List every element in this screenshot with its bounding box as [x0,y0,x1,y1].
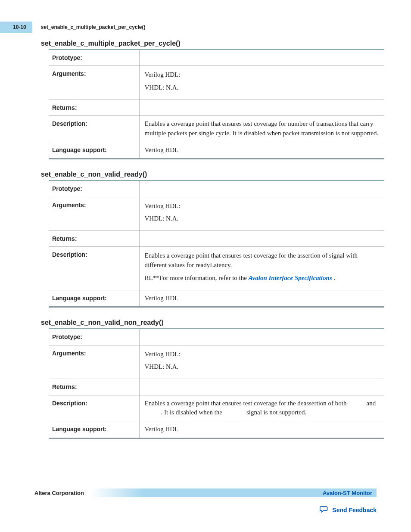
table-row: Returns: [49,100,384,115]
row-value: Verilog HDL [139,421,384,439]
text-line: Verilog HDL: [145,70,380,80]
row-label: Language support: [49,142,139,159]
row-label: Prototype: [49,329,139,345]
comment-icon [319,505,329,515]
footer-bar: Altera Corporation Avalon-ST Monitor [34,488,377,497]
row-value: Verilog HDL: VHDL: N.A. [139,197,384,231]
text-line: Verilog HDL: [145,350,380,359]
page-content: set_enable_c_multiple_packet_per_cycle()… [0,33,411,439]
table-row: Description: Enables a coverage point th… [49,116,384,142]
row-value: Verilog HDL [139,290,384,307]
row-label: Arguments: [49,66,139,100]
table-row: Language support: Verilog HDL [49,142,384,159]
text-line: VHDL: N.A. [145,214,380,224]
text-line: VHDL: N.A. [145,83,380,93]
text-fragment: Enables a coverage point that ensures te… [145,400,347,407]
api-table: Prototype: Arguments: Verilog HDL: VHDL:… [49,180,384,308]
running-title: set_enable_c_multiple_packet_per_cycle() [41,24,146,30]
page-number: 10-10 [0,22,32,33]
text-line: RL**For more information, refer to the A… [145,274,380,283]
footer-swoosh: Avalon-ST Monitor [91,488,377,497]
table-row: Prototype: [49,329,384,345]
row-label: Description: [49,395,139,421]
row-value [139,231,384,247]
row-label: Arguments: [49,345,139,379]
row-label: Language support: [49,421,139,439]
table-row: Prototype: [49,50,384,66]
feedback-row: Send Feedback [34,505,377,515]
text-fragment: and [367,400,376,407]
table-row: Arguments: Verilog HDL: VHDL: N.A. [49,197,384,231]
section-heading: set_enable_c_non_valid_non_ready() [41,319,377,327]
table-row: Language support: Verilog HDL [49,421,384,439]
table-row: Description: Enables a coverage point th… [49,395,384,421]
row-value [139,100,384,115]
text-fragment: . [332,274,336,281]
row-label: Description: [49,116,139,142]
text-fragment: . It is disabled when the [161,409,222,416]
text-fragment: signal is not supported. [246,409,306,416]
doc-link[interactable]: Avalon Interface Specifications [249,274,332,281]
row-label: Prototype: [49,180,139,197]
row-label: Returns: [49,379,139,395]
row-label: Returns: [49,100,139,115]
table-row: Prototype: [49,180,384,197]
row-value [139,379,384,395]
page-header: 10-10 set_enable_c_multiple_packet_per_c… [0,22,411,33]
api-table: Prototype: Arguments: Verilog HDL: VHDL:… [49,49,384,159]
row-label: Description: [49,247,139,290]
row-value: Verilog HDL: VHDL: N.A. [139,345,384,379]
footer-corporation: Altera Corporation [34,490,91,496]
section-heading: set_enable_c_non_valid_ready() [41,171,377,178]
row-label: Prototype: [49,50,139,66]
section-heading: set_enable_c_multiple_packet_per_cycle() [41,40,377,47]
footer-section-title: Avalon-ST Monitor [323,490,372,496]
text-line: Verilog HDL: [145,202,380,211]
row-label: Returns: [49,231,139,247]
row-value [139,329,384,345]
row-value: Enables a coverage point that ensures te… [139,395,384,421]
row-value [139,180,384,197]
row-value: Verilog HDL [139,142,384,159]
table-row: Arguments: Verilog HDL: VHDL: N.A. [49,345,384,379]
table-row: Language support: Verilog HDL [49,290,384,307]
row-label: Arguments: [49,197,139,231]
row-value: Enables a coverage point that ensures te… [139,116,384,142]
page-footer: Altera Corporation Avalon-ST Monitor Sen… [0,488,411,515]
row-value: Verilog HDL: VHDL: N.A. [139,66,384,100]
text-line: VHDL: N.A. [145,362,380,372]
row-value: Enables a coverage point that ensures te… [139,247,384,290]
send-feedback-link[interactable]: Send Feedback [332,507,377,513]
row-value [139,50,384,66]
table-row: Arguments: Verilog HDL: VHDL: N.A. [49,66,384,100]
api-table: Prototype: Arguments: Verilog HDL: VHDL:… [49,328,384,439]
table-row: Returns: [49,231,384,247]
row-label: Language support: [49,290,139,307]
table-row: Returns: [49,379,384,395]
table-row: Description: Enables a coverage point th… [49,247,384,290]
text-fragment: RL**For more information, refer to the [145,274,249,281]
text-line: Enables a coverage point that ensures te… [145,251,380,270]
